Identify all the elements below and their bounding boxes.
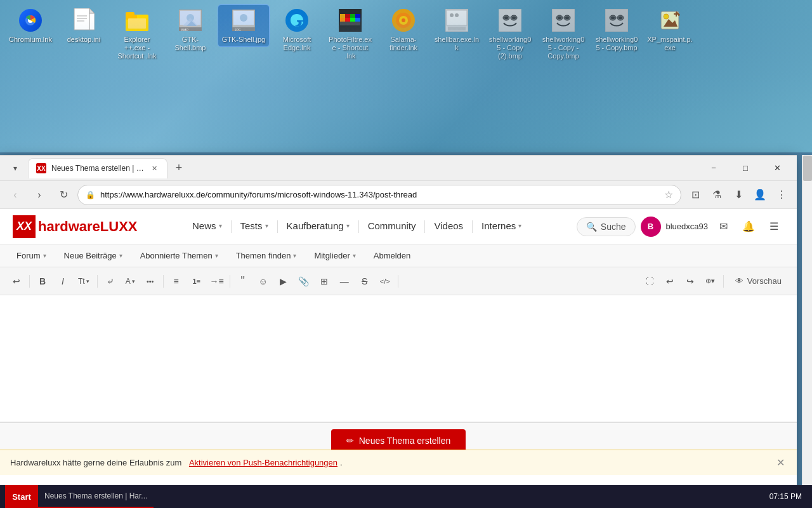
editor-undo2-btn[interactable]: ↩ [661,272,679,290]
svg-point-45 [503,15,509,20]
svg-marker-16 [187,21,197,26]
tab-close-btn[interactable]: ✕ [149,163,159,173]
desktop-icon-salama[interactable]: Salama-finder.lnk [378,5,429,55]
forum-nav-abonnierte[interactable]: Abonnierte Themen ▾ [134,248,225,263]
browser-tab[interactable]: XX Neues Thema erstellen | Hardw... ✕ [28,158,167,178]
tab-list-btn[interactable]: ▾ [5,158,25,178]
bell-icon-btn[interactable]: 🔔 [738,217,759,237]
address-text: https://www.hardwareluxx.de/community/fo… [100,190,659,199]
address-bar[interactable]: 🔒 https://www.hardwareluxx.de/community/… [77,185,681,205]
gtk-bmp-label: GTK-Shell.bmp [167,36,213,52]
forum-nav-neue[interactable]: Neue Beiträge ▾ [58,248,129,263]
editor-strike-btn[interactable]: S [356,272,374,290]
editor-font-btn[interactable]: A ▾ [122,272,139,290]
window-controls: − □ ✕ [699,158,792,178]
editor-sep-3 [163,275,164,288]
site-actions: 🔍 Suche B bluedxca93 ✉ 🔔 ☰ [577,217,784,237]
desktop-icon-xp-msp[interactable]: XP_mspaint.p.exe [645,5,695,55]
editor-table-btn[interactable]: ⊞ [315,272,333,290]
forum-nav-abmelden[interactable]: Abmelden [367,248,417,263]
nav-item-tests[interactable]: Tests ▾ [232,209,277,244]
chromium-icon [18,8,43,33]
desktop-icon-gtk-jpg[interactable]: JPG GTK-Shell.jpg [218,5,269,46]
editor-more-btn[interactable]: ••• [141,272,159,290]
site-logo[interactable]: XX hardwareLUXX [13,215,138,238]
editor-italic-btn[interactable]: I [54,272,72,290]
editor-emoji-btn[interactable]: ☺ [254,272,272,290]
search-btn[interactable]: 🔍 Suche [577,217,636,236]
editor-list-num-btn[interactable]: 1≡ [188,272,206,290]
forum-nav-mitglieder[interactable]: Mitglieder ▾ [308,248,362,263]
new-tab-btn[interactable]: + [170,159,188,177]
editor-indent-btn[interactable]: →≡ [208,272,226,290]
editor-preview-btn[interactable]: 👁 Vorschau [728,274,789,288]
editor-textsize-btn[interactable]: Tt ▾ [74,272,93,290]
editor-undo-btn[interactable]: ↩ [8,272,25,290]
svg-point-0 [25,15,36,25]
desktop-icons-container: Chromium.lnk desktop.ini Explorer ++.exe… [0,0,812,69]
screenshot-icon-btn[interactable]: ⊡ [685,185,705,205]
nav-item-internes[interactable]: Internes ▾ [473,209,530,244]
labs-icon-btn[interactable]: ⚗ [707,185,727,205]
forward-btn[interactable]: › [29,185,49,205]
svg-rect-49 [552,9,575,32]
close-btn[interactable]: ✕ [763,158,792,178]
desktop-icon-shellbar[interactable]: shellbar.exe.lnk [431,5,482,55]
svg-rect-11 [128,18,146,29]
editor-code-btn[interactable]: </> [376,272,394,290]
desktop-icon-photofil[interactable]: PhotoFiltre.exe - Shortcut .lnk [325,5,376,64]
svg-rect-20 [233,11,254,25]
svg-rect-34 [340,22,360,25]
desktop-icon-ini[interactable]: desktop.ini [58,5,109,46]
nav-item-community[interactable]: Community [359,209,425,244]
forum-nav-forum[interactable]: Forum ▾ [10,248,53,263]
forum-nav-themen[interactable]: Themen finden ▾ [230,248,303,263]
svg-point-60 [664,14,669,19]
profile-icon-btn[interactable]: 👤 [750,185,770,205]
editor-link-btn[interactable]: ⤶ [102,272,119,290]
svg-point-51 [558,17,561,19]
site-nav: News ▾ Tests ▾ Kaufberatung ▾ Community [150,209,564,244]
minimize-btn[interactable]: − [699,158,728,178]
download-icon-btn[interactable]: ⬇ [728,185,749,205]
notification-close-btn[interactable]: ✕ [774,457,787,469]
nav-item-videos[interactable]: Videos [425,209,472,244]
scrollbar-thumb[interactable] [803,156,812,181]
editor-bold-btn[interactable]: B [34,272,51,290]
editor-hr-btn[interactable]: — [336,272,353,290]
submit-btn[interactable]: ✏ Neues Thema erstellen [331,429,466,452]
mail-icon-btn[interactable]: ✉ [713,217,733,237]
editor-list-ul-btn[interactable]: ≡ [167,272,185,290]
notification-link[interactable]: Aktivieren von Push-Benachrichtigungen [189,458,337,467]
hamburger-icon-btn[interactable]: ☰ [764,217,784,237]
maximize-btn[interactable]: □ [731,158,760,178]
editor-media-btn[interactable]: ▶ [275,272,292,290]
desktop-icon-chromium[interactable]: Chromium.lnk [5,5,56,46]
desktop-icon-shellwork1[interactable]: shellworking05 - Copy (2).bmp [485,5,535,64]
start-button[interactable]: Start [5,485,38,508]
reload-btn[interactable]: ↻ [53,185,74,205]
nav-item-news[interactable]: News ▾ [183,209,231,244]
back-btn[interactable]: ‹ [5,185,25,205]
themen-dropdown-arrow: ▾ [293,252,296,259]
svg-rect-32 [350,18,355,22]
editor-area[interactable] [0,295,797,422]
editor-fullscreen-btn[interactable]: ⛶ [641,272,658,290]
editor-zoom-btn[interactable]: ⊕▾ [702,272,719,290]
editor-quote-btn[interactable]: " [234,272,252,290]
editor-attach-btn[interactable]: 📎 [295,272,313,290]
svg-point-58 [619,17,622,19]
logo-text: hardwareLUXX [38,218,138,235]
menu-icon-btn[interactable]: ⋮ [771,185,792,205]
user-avatar[interactable]: B [641,217,661,237]
desktop-icon-shellwork3[interactable]: shellworking05 - Copy.bmp [591,5,642,55]
editor-redo-btn[interactable]: ↪ [681,272,699,290]
taskbar-item-browser[interactable]: Neues Thema erstellen | Har... [38,485,154,508]
desktop-icon-explorer[interactable]: Explorer ++.exe - Shortcut .lnk [112,5,162,64]
desktop-icon-edge[interactable]: Microsoft Edge.lnk [272,5,322,55]
svg-point-47 [511,15,517,20]
desktop-icon-gtk-bmp[interactable]: BMP GTK-Shell.bmp [165,5,216,55]
nav-item-kaufberatung[interactable]: Kaufberatung ▾ [278,209,358,244]
bookmark-star-icon[interactable]: ☆ [664,189,673,201]
desktop-icon-shellwork2[interactable]: shellworking05 - Copy - Copy.bmp [538,5,589,64]
